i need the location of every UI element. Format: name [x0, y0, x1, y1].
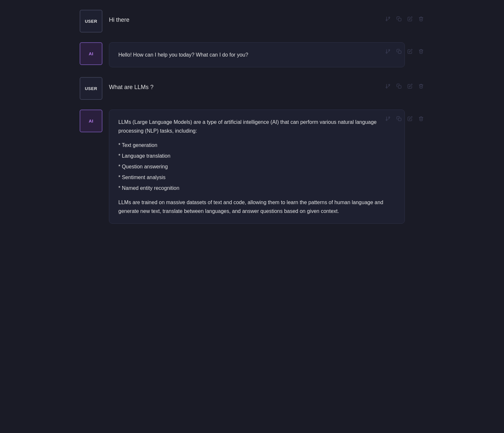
branch-icon-4[interactable] [385, 115, 391, 122]
chat-container: USER Hi there AI Hello! How can I help y… [73, 0, 431, 243]
message-content-2: Hello! How can I help you today? What ca… [109, 42, 405, 67]
action-icons-2 [385, 48, 424, 55]
edit-icon-3[interactable] [407, 83, 413, 89]
edit-icon-2[interactable] [407, 48, 413, 55]
copy-icon-3[interactable] [396, 83, 402, 89]
message-row-1: USER Hi there [80, 10, 424, 33]
message-row-4: AI LLMs (Large Language Models) are a ty… [80, 110, 424, 224]
svg-rect-2 [398, 85, 401, 88]
llm-intro-paragraph: LLMs (Large Language Models) are a type … [118, 118, 395, 135]
llm-list: * Text generation * Language translation… [118, 141, 395, 193]
ai-avatar-4: AI [80, 110, 102, 132]
user-message-text-1: Hi there [109, 10, 405, 24]
branch-icon-3[interactable] [385, 83, 391, 89]
message-row-3: USER What are LLMs ? [80, 77, 424, 100]
action-icons-1 [385, 16, 424, 22]
llm-list-item-3: * Question answering [118, 162, 395, 171]
branch-icon-2[interactable] [385, 48, 391, 55]
svg-rect-0 [398, 18, 401, 21]
ai-message-bubble-4: LLMs (Large Language Models) are a type … [109, 110, 405, 224]
ai-message-text-2: Hello! How can I help you today? What ca… [118, 52, 248, 58]
llm-list-item-2: * Language translation [118, 151, 395, 160]
delete-icon-4[interactable] [418, 115, 424, 122]
delete-icon-1[interactable] [418, 16, 424, 22]
ai-message-bubble-2: Hello! How can I help you today? What ca… [109, 42, 405, 67]
copy-icon-4[interactable] [396, 115, 402, 122]
user-avatar-1: USER [80, 10, 102, 33]
copy-icon-2[interactable] [396, 48, 402, 55]
message-row-2: AI Hello! How can I help you today? What… [80, 42, 424, 67]
svg-rect-1 [398, 51, 401, 54]
message-content-3: What are LLMs ? [109, 77, 405, 92]
svg-rect-3 [398, 118, 401, 121]
action-icons-4 [385, 115, 424, 122]
llm-list-item-5: * Named entity recognition [118, 184, 395, 192]
message-content-1: Hi there [109, 10, 405, 24]
llm-conclusion-paragraph: LLMs are trained on massive datasets of … [118, 198, 395, 216]
copy-icon-1[interactable] [396, 16, 402, 22]
delete-icon-2[interactable] [418, 48, 424, 55]
user-message-text-3: What are LLMs ? [109, 77, 405, 92]
user-avatar-3: USER [80, 77, 102, 100]
message-content-4: LLMs (Large Language Models) are a type … [109, 110, 405, 224]
llm-list-item-1: * Text generation [118, 141, 395, 150]
edit-icon-4[interactable] [407, 115, 413, 122]
edit-icon-1[interactable] [407, 16, 413, 22]
ai-avatar-2: AI [80, 42, 102, 65]
llm-list-item-4: * Sentiment analysis [118, 173, 395, 182]
delete-icon-3[interactable] [418, 83, 424, 89]
action-icons-3 [385, 83, 424, 89]
branch-icon-1[interactable] [385, 16, 391, 22]
